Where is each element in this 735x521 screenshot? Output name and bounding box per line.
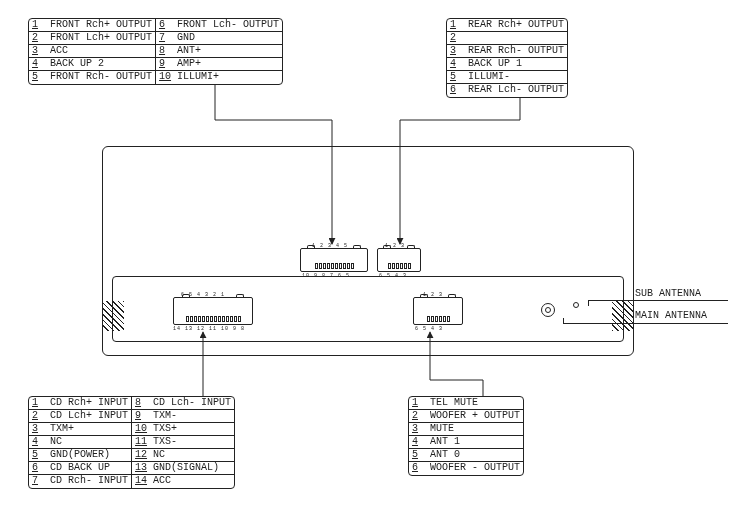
pinout-block-d: 1 TEL MUTE2 WOOFER + OUTPUT3 MUTE4 ANT 1… [408, 396, 524, 476]
sub-antenna-jack [573, 302, 579, 308]
pin-row: 6 WOOFER - OUTPUT [409, 462, 523, 475]
pinout-block-c: 1 CD Rch+ INPUT2 CD Lch+ INPUT3 TXM+4 NC… [28, 396, 235, 489]
pin-row: 1 REAR Rch+ OUTPUT [447, 19, 567, 32]
pin-row: 1 FRONT Rch+ OUTPUT [29, 19, 155, 32]
pinlabel-tr-top: 1 2 3 [385, 244, 405, 249]
main-antenna-label: MAIN ANTENNA [635, 311, 707, 321]
pin-row: 2 CD Lch+ INPUT [29, 410, 131, 423]
pin-row: 8 CD Lch- INPUT [132, 397, 234, 410]
pin-row: 3 TXM+ [29, 423, 131, 436]
pin-row: 6 REAR Lch- OUTPUT [447, 84, 567, 97]
diagram-stage: { "blocks": { "A": {"x":28,"y":18,"cols"… [0, 0, 735, 521]
pin-row: 4 BACK UP 2 [29, 58, 155, 71]
pin-row: 6 CD BACK UP [29, 462, 131, 475]
pin-row: 8 ANT+ [156, 45, 282, 58]
pin-row: 14 ACC [132, 475, 234, 488]
head-unit: 6 5 4 3 2 1 14 13 12 11 10 9 8 1 2 3 6 5… [102, 146, 634, 356]
bottom-left-connector [173, 297, 253, 325]
pin-row: 5 ANT 0 [409, 449, 523, 462]
pin-row: 12 NC [132, 449, 234, 462]
pinlabel-br-bot: 6 5 4 3 [415, 327, 443, 332]
pinout-block-b: 1 REAR Rch+ OUTPUT2 3 REAR Rch- OUTPUT4 … [446, 18, 568, 98]
unit-front-panel: 6 5 4 3 2 1 14 13 12 11 10 9 8 1 2 3 6 5… [112, 276, 624, 342]
pin-row: 5 FRONT Rch- OUTPUT [29, 71, 155, 84]
pinout-block-a: 1 FRONT Rch+ OUTPUT2 FRONT Lch+ OUTPUT3 … [28, 18, 283, 85]
pin-row: 7 GND [156, 32, 282, 45]
pin-row: 1 TEL MUTE [409, 397, 523, 410]
pinlabel-tr-bot: 6 5 4 3 [379, 274, 407, 279]
pin-row: 9 TXM- [132, 410, 234, 423]
bottom-right-connector [413, 297, 463, 325]
sub-antenna-label: SUB ANTENNA [635, 289, 701, 299]
pin-row: 13 GND(SIGNAL) [132, 462, 234, 475]
pinlabel-bl-top: 6 5 4 3 2 1 [181, 293, 225, 298]
main-antenna-jack [541, 303, 555, 317]
pin-row: 5 ILLUMI- [447, 71, 567, 84]
pinlabel-tl-bot: 10 9 8 7 6 5 [302, 274, 350, 279]
pin-row: 2 [447, 32, 567, 45]
pin-row: 2 WOOFER + OUTPUT [409, 410, 523, 423]
pin-row: 4 ANT 1 [409, 436, 523, 449]
pin-row: 3 REAR Rch- OUTPUT [447, 45, 567, 58]
pin-row: 2 FRONT Lch+ OUTPUT [29, 32, 155, 45]
pin-row: 5 GND(POWER) [29, 449, 131, 462]
pin-row: 4 BACK UP 1 [447, 58, 567, 71]
pin-row: 10 TXS+ [132, 423, 234, 436]
pin-row: 6 FRONT Lch- OUTPUT [156, 19, 282, 32]
pin-row: 3 ACC [29, 45, 155, 58]
mount-bracket-left [102, 301, 124, 331]
pin-row: 9 AMP+ [156, 58, 282, 71]
pin-row: 3 MUTE [409, 423, 523, 436]
pin-row: 7 CD Rch- INPUT [29, 475, 131, 488]
top-right-connector [377, 248, 421, 272]
pin-row: 11 TXS- [132, 436, 234, 449]
top-left-connector [300, 248, 368, 272]
pin-row: 1 CD Rch+ INPUT [29, 397, 131, 410]
pinlabel-br-top: 1 2 3 [423, 293, 443, 298]
pin-row: 10 ILLUMI+ [156, 71, 282, 84]
pinlabel-tl-top: 1 2 3 4 5 [312, 244, 348, 249]
pin-row: 4 NC [29, 436, 131, 449]
mount-bracket-right [612, 301, 634, 331]
pinlabel-bl-bot: 14 13 12 11 10 9 8 [173, 327, 245, 332]
